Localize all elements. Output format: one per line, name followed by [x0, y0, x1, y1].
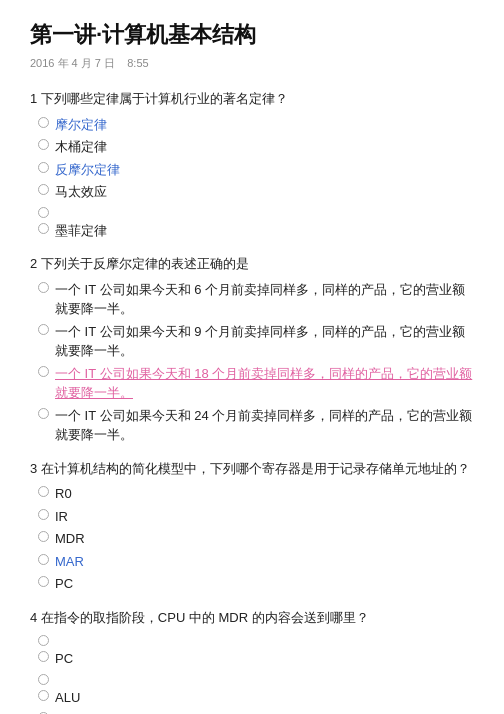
option-row[interactable]: IR: [30, 507, 474, 527]
page-title: 第一讲·计算机基本结构: [30, 20, 474, 50]
option-row[interactable]: [30, 205, 474, 218]
option-label: 一个 IT 公司如果今天和 18 个月前卖掉同样多，同样的产品，它的营业额就要降…: [55, 364, 474, 403]
question-text-3: 3 在计算机结构的简化模型中，下列哪个寄存器是用于记录存储单元地址的？: [30, 459, 474, 479]
option-row[interactable]: [30, 710, 474, 714]
radio-icon: [38, 162, 49, 173]
radio-icon: [38, 324, 49, 335]
option-row[interactable]: MDR: [30, 529, 474, 549]
option-row[interactable]: 一个 IT 公司如果今天和 18 个月前卖掉同样多，同样的产品，它的营业额就要降…: [30, 364, 474, 403]
option-label: ALU: [55, 688, 80, 708]
option-row[interactable]: 马太效应: [30, 182, 474, 202]
option-label: PC: [55, 649, 73, 669]
radio-icon: [38, 554, 49, 565]
option-row[interactable]: 反摩尔定律: [30, 160, 474, 180]
option-row[interactable]: 一个 IT 公司如果今天和 6 个月前卖掉同样多，同样的产品，它的营业额就要降一…: [30, 280, 474, 319]
radio-icon: [38, 139, 49, 150]
option-label: 马太效应: [55, 182, 107, 202]
radio-icon: [38, 531, 49, 542]
option-label: 墨菲定律: [55, 221, 107, 241]
option-row[interactable]: R0: [30, 484, 474, 504]
option-label: MAR: [55, 552, 84, 572]
option-row[interactable]: ALU: [30, 688, 474, 708]
page-meta: 2016 年 4 月 7 日 8:55: [30, 56, 474, 71]
radio-icon: [38, 366, 49, 377]
page-date: 2016 年 4 月 7 日: [30, 57, 115, 69]
radio-icon: [38, 184, 49, 195]
question-text-4: 4 在指令的取指阶段，CPU 中的 MDR 的内容会送到哪里？: [30, 608, 474, 628]
radio-icon: [38, 674, 49, 685]
option-row[interactable]: 一个 IT 公司如果今天和 9 个月前卖掉同样多，同样的产品，它的营业额就要降一…: [30, 322, 474, 361]
option-label: 一个 IT 公司如果今天和 24 个月前卖掉同样多，同样的产品，它的营业额就要降…: [55, 406, 474, 445]
radio-icon: [38, 207, 49, 218]
option-row[interactable]: PC: [30, 574, 474, 594]
option-label: 一个 IT 公司如果今天和 6 个月前卖掉同样多，同样的产品，它的营业额就要降一…: [55, 280, 474, 319]
option-row[interactable]: 木桶定律: [30, 137, 474, 157]
question-block-4: 4 在指令的取指阶段，CPU 中的 MDR 的内容会送到哪里？PCALUMDRI…: [30, 608, 474, 715]
option-label: IR: [55, 507, 68, 527]
radio-icon: [38, 223, 49, 234]
radio-icon: [38, 509, 49, 520]
option-row[interactable]: PC: [30, 649, 474, 669]
option-label: MDR: [55, 529, 85, 549]
option-label: 反摩尔定律: [55, 160, 120, 180]
option-label: R0: [55, 484, 72, 504]
option-label: PC: [55, 574, 73, 594]
question-text-1: 1 下列哪些定律属于计算机行业的著名定律？: [30, 89, 474, 109]
question-block-2: 2 下列关于反摩尔定律的表述正确的是一个 IT 公司如果今天和 6 个月前卖掉同…: [30, 254, 474, 445]
option-row[interactable]: [30, 672, 474, 685]
option-row[interactable]: 摩尔定律: [30, 115, 474, 135]
option-label: 摩尔定律: [55, 115, 107, 135]
option-row[interactable]: 一个 IT 公司如果今天和 24 个月前卖掉同样多，同样的产品，它的营业额就要降…: [30, 406, 474, 445]
radio-icon: [38, 408, 49, 419]
option-row[interactable]: MAR: [30, 552, 474, 572]
option-label: 一个 IT 公司如果今天和 9 个月前卖掉同样多，同样的产品，它的营业额就要降一…: [55, 322, 474, 361]
option-label: 木桶定律: [55, 137, 107, 157]
option-row[interactable]: [30, 633, 474, 646]
radio-icon: [38, 690, 49, 701]
radio-icon: [38, 576, 49, 587]
question-text-2: 2 下列关于反摩尔定律的表述正确的是: [30, 254, 474, 274]
option-row[interactable]: 墨菲定律: [30, 221, 474, 241]
radio-icon: [38, 651, 49, 662]
page-time: 8:55: [127, 57, 148, 69]
radio-icon: [38, 282, 49, 293]
question-block-3: 3 在计算机结构的简化模型中，下列哪个寄存器是用于记录存储单元地址的？R0IRM…: [30, 459, 474, 594]
radio-icon: [38, 635, 49, 646]
radio-icon: [38, 117, 49, 128]
question-block-1: 1 下列哪些定律属于计算机行业的著名定律？摩尔定律木桶定律反摩尔定律马太效应墨菲…: [30, 89, 474, 240]
radio-icon: [38, 486, 49, 497]
